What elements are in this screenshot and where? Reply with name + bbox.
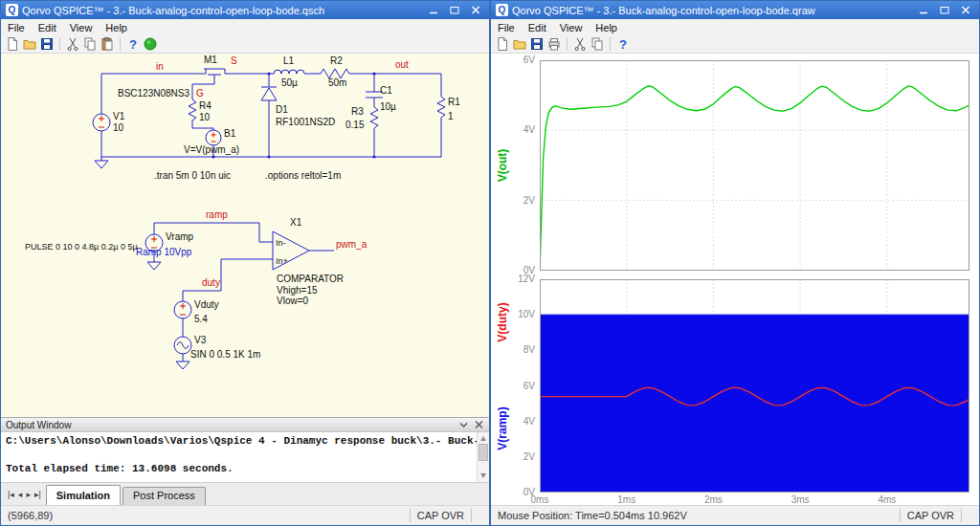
paste-icon[interactable] xyxy=(100,36,115,52)
net-label-pwm-a[interactable]: pwm_a xyxy=(336,239,368,250)
vramp-desc: Ramp 10Vpp xyxy=(136,247,192,257)
plot-area[interactable]: V(out) V(duty) V(ramp) 0V2V4V6V0V2V4V6V8… xyxy=(491,54,979,505)
tab-scroll-first-button[interactable]: |◂ xyxy=(7,490,15,499)
schematic-statusbar: (5966,89) CAP OVR xyxy=(1,505,489,525)
caps-overwrite-indicator: CAP OVR xyxy=(411,510,471,521)
y-tick-label: 4V xyxy=(491,416,535,427)
save-icon[interactable] xyxy=(529,36,545,52)
b1-value: V=V(pwm_a) xyxy=(184,144,239,155)
cut-icon[interactable] xyxy=(572,36,588,52)
m1-model: BSC123N08NS3 xyxy=(118,88,189,99)
maximize-button[interactable] xyxy=(936,4,953,17)
close-button[interactable] xyxy=(957,4,974,17)
output-window-header[interactable]: Output Window xyxy=(1,417,489,432)
waveform-menubar: File Edit View Help xyxy=(491,19,979,35)
mosfet-m1[interactable] xyxy=(197,69,235,75)
source-v1[interactable] xyxy=(93,114,110,131)
help-icon[interactable]: ? xyxy=(125,36,141,52)
print-icon[interactable] xyxy=(546,36,562,52)
tran-directive[interactable]: .tran 5m 0 10n uic xyxy=(154,170,231,181)
chevron-down-icon[interactable] xyxy=(458,420,469,429)
tab-post-process[interactable]: Post Process xyxy=(122,487,206,505)
inductor-l1[interactable] xyxy=(274,70,304,74)
r1-value: 1 xyxy=(448,111,454,121)
net-label-g[interactable]: G xyxy=(196,88,204,99)
resistor-r4[interactable] xyxy=(189,99,196,121)
output-close-icon[interactable] xyxy=(474,420,484,429)
copy-icon[interactable] xyxy=(82,36,98,52)
cursor-coordinates: (5966,89) xyxy=(1,510,59,521)
net-label-ramp[interactable]: ramp xyxy=(206,209,228,220)
b1-name: B1 xyxy=(224,128,236,139)
tab-scroller: |◂ ◂ ▸ ▸| xyxy=(3,490,46,499)
menu-edit[interactable]: Edit xyxy=(522,21,553,34)
menu-help[interactable]: Help xyxy=(99,21,134,34)
resistor-r1[interactable] xyxy=(437,97,445,118)
close-button[interactable] xyxy=(467,4,484,17)
waveform-statusbar: Mouse Position: Time=0.504ms 10.962V CAP… xyxy=(491,505,979,525)
scroll-up-icon[interactable] xyxy=(480,436,486,441)
x1-type: COMPARATOR xyxy=(277,274,344,284)
net-label-duty[interactable]: duty xyxy=(202,277,220,288)
output-log[interactable]: C:\Users\Alonso\Downloads\Varios\Qspice … xyxy=(1,432,489,482)
menu-edit[interactable]: Edit xyxy=(32,21,63,34)
waveform-titlebar[interactable]: Q Qorvo QSPICE™ - 3.- Buck-analog-contro… xyxy=(491,1,979,19)
options-directive[interactable]: .options reltol=1m xyxy=(265,170,341,181)
schematic-canvas[interactable]: in M1 S BSC123N08NS3 G R4 10 B1 V=V(pwm_… xyxy=(1,54,489,417)
c1-name: C1 xyxy=(380,85,392,96)
menu-view[interactable]: View xyxy=(553,21,590,34)
output-scrollbar[interactable] xyxy=(477,432,489,482)
r1-name: R1 xyxy=(448,97,460,107)
resistor-r3[interactable] xyxy=(370,107,378,128)
y-tick-label: 8V xyxy=(491,344,535,355)
vout-plot-panel[interactable] xyxy=(540,60,969,271)
output-window-title: Output Window xyxy=(6,420,71,430)
menu-view[interactable]: View xyxy=(63,21,100,34)
new-file-icon[interactable] xyxy=(495,36,510,52)
svg-text:?: ? xyxy=(619,37,627,52)
v1-name: V1 xyxy=(113,111,125,121)
net-label-in[interactable]: in xyxy=(156,61,164,72)
cut-icon[interactable] xyxy=(65,36,80,52)
minimize-button[interactable] xyxy=(915,4,932,17)
tab-scroll-next-button[interactable]: ▸ xyxy=(25,490,32,499)
menu-help[interactable]: Help xyxy=(589,21,624,34)
tab-scroll-prev-button[interactable]: ◂ xyxy=(17,490,24,499)
schematic-toolbar: ? xyxy=(1,35,489,54)
save-icon[interactable] xyxy=(39,36,55,52)
schematic-titlebar[interactable]: Q Qorvo QSPICE™ - 3.- Buck-analog-contro… xyxy=(1,1,489,19)
y-tick-label: 6V xyxy=(491,381,535,391)
x-tick-label: 4ms xyxy=(874,494,901,505)
open-file-icon[interactable] xyxy=(22,36,37,52)
help-icon[interactable]: ? xyxy=(615,36,631,52)
source-b1[interactable] xyxy=(206,130,221,145)
tab-simulation[interactable]: Simulation xyxy=(46,485,121,505)
scrollbar-thumb[interactable] xyxy=(479,444,488,461)
scroll-down-icon[interactable] xyxy=(480,473,486,478)
run-simulation-icon[interactable] xyxy=(143,36,158,52)
r3-value: 0.15 xyxy=(345,120,365,130)
vout-axis-label: V(out) xyxy=(496,135,509,196)
source-v3[interactable] xyxy=(174,337,191,354)
maximize-button[interactable] xyxy=(446,4,463,17)
trace-V(ramp) xyxy=(540,315,969,493)
copy-icon[interactable] xyxy=(590,36,605,52)
svg-text:?: ? xyxy=(129,37,137,52)
mouse-position-readout: Mouse Position: Time=0.504ms 10.962V xyxy=(491,510,694,521)
app-icon: Q xyxy=(496,4,508,16)
new-file-icon[interactable] xyxy=(5,36,20,52)
net-label-out[interactable]: out xyxy=(395,59,409,70)
tab-scroll-last-button[interactable]: ▸| xyxy=(33,490,42,499)
schematic-window-title: Qorvo QSPICE™ - 3.- Buck-analog-control-… xyxy=(22,5,421,16)
diode-d1[interactable] xyxy=(261,87,277,100)
minimize-button[interactable] xyxy=(425,4,442,17)
open-file-icon[interactable] xyxy=(512,36,527,52)
output-log-line: C:\Users\Alonso\Downloads\Varios\Qspice … xyxy=(6,435,484,447)
menu-file[interactable]: File xyxy=(491,21,522,34)
source-vduty[interactable] xyxy=(174,301,191,318)
l1-name: L1 xyxy=(283,55,295,66)
duty-ramp-plot-panel[interactable] xyxy=(540,279,969,493)
menu-file[interactable]: File xyxy=(1,21,32,34)
x-tick-label: 2ms xyxy=(700,494,726,505)
net-label-s[interactable]: S xyxy=(231,55,237,66)
